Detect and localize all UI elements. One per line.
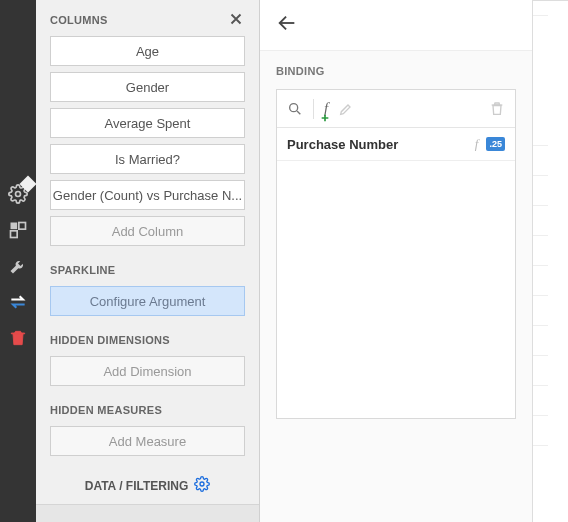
- edit-icon[interactable]: [338, 101, 354, 117]
- swap-icon[interactable]: [0, 284, 36, 320]
- svg-rect-3: [11, 231, 18, 238]
- sparkline-title: SPARKLINE: [50, 264, 245, 276]
- config-panel: COLUMNS Age Gender Average Spent Is Marr…: [36, 0, 260, 522]
- add-dimension-button[interactable]: Add Dimension: [50, 356, 245, 386]
- binding-box: f Purchase Number f .25: [276, 89, 516, 419]
- gear-icon: [194, 476, 210, 495]
- app-root: COLUMNS Age Gender Average Spent Is Marr…: [0, 0, 568, 522]
- svg-rect-1: [11, 223, 18, 230]
- fx-add-icon[interactable]: f: [324, 100, 328, 117]
- data-filtering-link[interactable]: DATA / FILTERING: [50, 476, 245, 495]
- column-item[interactable]: Age: [50, 36, 245, 66]
- column-item[interactable]: Gender (Count) vs Purchase N...: [50, 180, 245, 210]
- binding-header: [260, 0, 532, 50]
- svg-point-4: [200, 482, 204, 486]
- binding-title: BINDING: [276, 65, 516, 77]
- add-measure-button[interactable]: Add Measure: [50, 426, 245, 456]
- trash-icon[interactable]: [0, 320, 36, 356]
- gear-icon[interactable]: [0, 176, 36, 212]
- binding-item[interactable]: Purchase Number f .25: [277, 128, 515, 161]
- back-icon[interactable]: [276, 12, 516, 38]
- binding-item-label: Purchase Number: [287, 137, 467, 152]
- fx-icon: f: [475, 136, 479, 152]
- separator: [313, 99, 314, 119]
- svg-point-0: [16, 192, 21, 197]
- add-column-button[interactable]: Add Column: [50, 216, 245, 246]
- panel-footer-strip: [36, 504, 259, 522]
- configure-argument-button[interactable]: Configure Argument: [50, 286, 245, 316]
- svg-point-5: [290, 103, 298, 111]
- column-item[interactable]: Is Married?: [50, 144, 245, 174]
- hidden-measures-title: HIDDEN MEASURES: [50, 404, 245, 416]
- hidden-dimensions-title: HIDDEN DIMENSIONS: [50, 334, 245, 346]
- page-edge: [532, 0, 568, 522]
- layout-icon[interactable]: [0, 212, 36, 248]
- wrench-icon[interactable]: [0, 248, 36, 284]
- close-icon[interactable]: [227, 10, 245, 32]
- data-filtering-label: DATA / FILTERING: [85, 479, 189, 493]
- format-badge: .25: [486, 137, 505, 151]
- binding-area: BINDING f: [260, 50, 532, 522]
- svg-rect-2: [19, 223, 26, 230]
- delete-icon[interactable]: [489, 101, 505, 117]
- binding-toolbar: f: [277, 90, 515, 128]
- columns-title: COLUMNS: [50, 14, 245, 26]
- column-item[interactable]: Gender: [50, 72, 245, 102]
- binding-panel: BINDING f: [260, 0, 532, 522]
- column-item[interactable]: Average Spent: [50, 108, 245, 138]
- icon-rail: [0, 0, 36, 522]
- search-icon[interactable]: [287, 101, 303, 117]
